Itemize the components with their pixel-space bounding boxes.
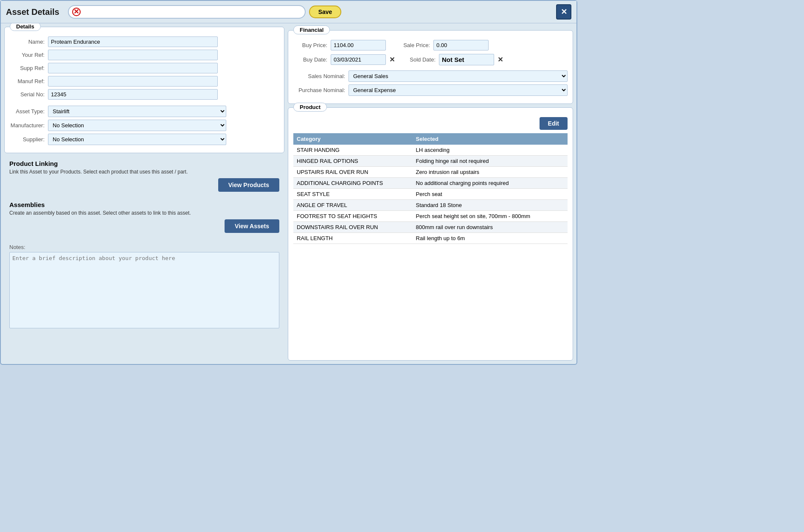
view-products-button[interactable]: View Products [218,178,279,192]
selected-cell: Zero intrusion rail upstairs [413,167,568,178]
window-title: Asset Details [6,7,59,17]
notes-label: Notes: [9,244,279,250]
sales-nominal-row: Sales Nominal: General Sales [293,70,568,82]
buy-price-input[interactable] [331,40,386,50]
category-cell: SEAT STYLE [293,189,413,200]
manufacturer-label: Manufacturer: [10,122,48,129]
manuf-ref-input[interactable] [48,76,218,87]
serial-no-row: Serial No: [10,89,279,100]
supp-ref-input[interactable] [48,63,218,73]
buy-date-label: Buy Date: [293,56,327,63]
manufacturer-select[interactable]: No Selection [48,120,226,131]
purchase-nominal-select[interactable]: General Expense [349,84,568,96]
category-cell: FOOTREST TO SEAT HEIGHTS [293,211,413,222]
selected-cell: 800mm rail over run downstairs [413,222,568,233]
your-ref-input[interactable] [48,50,218,60]
name-label: Name: [10,39,48,45]
col-selected-header: Selected [413,133,568,145]
asset-type-row: Asset Type: Stairlift [10,106,279,117]
save-button[interactable]: Save [309,6,342,18]
table-row: DOWNSTAIRS RAIL OVER RUN800mm rail over … [293,222,568,233]
sold-date-input[interactable] [439,54,494,65]
supp-ref-label: Supp Ref: [10,65,48,71]
assemblies-section: Assemblies Create an assembly based on t… [4,199,284,237]
name-row: Name: [10,36,279,47]
close-button[interactable]: ✕ [556,4,571,20]
clear-buy-date-button[interactable]: ✕ [389,56,395,64]
table-row: HINGED RAIL OPTIONSFolding hinge rail no… [293,156,568,167]
category-cell: ANGLE OF TRAVEL [293,200,413,211]
selected-cell: Perch seat height set on site, 700mm - 8… [413,211,568,222]
asset-type-label: Asset Type: [10,108,48,115]
selected-cell: No additional charging points required [413,178,568,189]
clear-search-button[interactable]: ✕ [72,8,81,16]
table-row: UPSTAIRS RAIL OVER RUNZero intrusion rai… [293,167,568,178]
financial-section-label: Financial [293,25,330,34]
title-bar: Asset Details ✕ Save ✕ [1,1,576,23]
asset-details-window: Asset Details ✕ Save ✕ Details Name: You… [0,0,577,365]
details-section-label: Details [10,23,41,31]
table-row: ANGLE OF TRAVELStandard 18 Stone [293,200,568,211]
assemblies-description: Create an assembly based on this asset. … [9,210,279,216]
product-header: Edit [293,117,568,130]
table-row: ADDITIONAL CHARGING POINTSNo additional … [293,178,568,189]
main-content: Details Name: Your Ref: Supp Ref: Manuf … [1,23,576,364]
selected-cell: Perch seat [413,189,568,200]
product-linking-description: Link this Asset to your Products. Select… [9,169,279,175]
table-row: SEAT STYLEPerch seat [293,189,568,200]
left-panel: Details Name: Your Ref: Supp Ref: Manuf … [4,27,284,361]
financial-section: Financial Buy Price: Sale Price: Buy Dat… [288,30,573,104]
details-section: Details Name: Your Ref: Supp Ref: Manuf … [4,27,284,153]
selected-cell: Standard 18 Stone [413,200,568,211]
view-assets-button[interactable]: View Assets [225,219,279,233]
supplier-label: Supplier: [10,136,48,143]
table-row: STAIR HANDINGLH ascending [293,145,568,156]
col-category-header: Category [293,133,413,145]
buy-price-label: Buy Price: [293,42,327,48]
supplier-row: Supplier: No Selection [10,134,279,145]
category-cell: STAIR HANDING [293,145,413,156]
product-linking-section: Product Linking Link this Asset to your … [4,157,284,196]
category-cell: ADDITIONAL CHARGING POINTS [293,178,413,189]
category-cell: HINGED RAIL OPTIONS [293,156,413,167]
selected-cell: Rail length up to 6m [413,233,568,244]
sale-price-label: Sale Price: [396,42,430,48]
serial-no-label: Serial No: [10,91,48,98]
supplier-select[interactable]: No Selection [48,134,226,145]
manuf-ref-label: Manuf Ref: [10,78,48,84]
selected-cell: Folding hinge rail not required [413,156,568,167]
product-linking-heading: Product Linking [9,160,279,167]
search-bar[interactable]: ✕ [68,5,306,19]
sale-price-input[interactable] [433,40,489,50]
category-cell: DOWNSTAIRS RAIL OVER RUN [293,222,413,233]
date-row: Buy Date: ✕ Sold Date: ✕ [293,54,568,65]
supp-ref-row: Supp Ref: [10,63,279,73]
product-table: Category Selected STAIR HANDINGLH ascend… [293,133,568,244]
price-row: Buy Price: Sale Price: [293,40,568,50]
your-ref-label: Your Ref: [10,52,48,58]
sold-date-label: Sold Date: [402,56,436,63]
category-cell: RAIL LENGTH [293,233,413,244]
sales-nominal-label: Sales Nominal: [293,73,349,79]
purchase-nominal-label: Purchase Nominal: [293,87,349,93]
sales-nominal-select[interactable]: General Sales [349,70,568,82]
name-input[interactable] [48,36,218,47]
table-row: RAIL LENGTHRail length up to 6m [293,233,568,244]
manuf-ref-row: Manuf Ref: [10,76,279,87]
notes-section: Notes: [4,244,284,333]
purchase-nominal-row: Purchase Nominal: General Expense [293,84,568,96]
edit-button[interactable]: Edit [540,117,568,130]
category-cell: UPSTAIRS RAIL OVER RUN [293,167,413,178]
asset-type-select[interactable]: Stairlift [48,106,226,117]
notes-textarea[interactable] [9,252,279,328]
search-input[interactable] [81,9,301,15]
selected-cell: LH ascending [413,145,568,156]
product-section: Product Edit Category Selected STAIR HAN… [288,107,573,361]
serial-no-input[interactable] [48,89,218,100]
product-section-label: Product [293,103,327,112]
manufacturer-row: Manufacturer: No Selection [10,120,279,131]
buy-date-input[interactable] [331,54,386,65]
assemblies-heading: Assemblies [9,201,279,208]
clear-sold-date-button[interactable]: ✕ [498,56,503,64]
your-ref-row: Your Ref: [10,50,279,60]
